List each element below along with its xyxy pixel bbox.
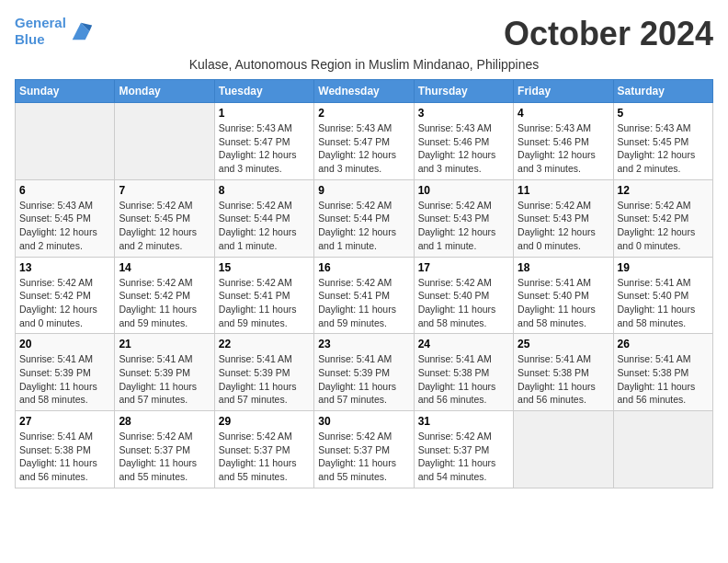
calendar-cell xyxy=(115,103,214,180)
calendar-cell: 9Sunrise: 5:42 AM Sunset: 5:44 PM Daylig… xyxy=(314,179,414,257)
calendar-cell: 16Sunrise: 5:42 AM Sunset: 5:41 PM Dayli… xyxy=(314,257,414,334)
weekday-saturday: Saturday xyxy=(613,80,712,103)
day-number: 25 xyxy=(518,338,609,350)
day-number: 31 xyxy=(418,415,509,428)
day-number: 22 xyxy=(219,338,310,350)
calendar-cell: 3Sunrise: 5:43 AM Sunset: 5:46 PM Daylig… xyxy=(414,103,513,180)
day-info: Sunrise: 5:42 AM Sunset: 5:43 PM Dayligh… xyxy=(418,199,509,253)
calendar-cell: 22Sunrise: 5:41 AM Sunset: 5:39 PM Dayli… xyxy=(214,334,313,411)
day-number: 1 xyxy=(219,107,310,120)
weekday-friday: Friday xyxy=(514,80,613,103)
day-info: Sunrise: 5:43 AM Sunset: 5:45 PM Dayligh… xyxy=(618,121,709,176)
day-info: Sunrise: 5:41 AM Sunset: 5:38 PM Dayligh… xyxy=(618,352,709,407)
day-info: Sunrise: 5:42 AM Sunset: 5:44 PM Dayligh… xyxy=(219,199,310,253)
weekday-monday: Monday xyxy=(115,80,214,103)
day-number: 12 xyxy=(618,184,709,197)
day-number: 9 xyxy=(318,184,409,197)
calendar-week-3: 13Sunrise: 5:42 AM Sunset: 5:42 PM Dayli… xyxy=(16,257,713,334)
day-number: 27 xyxy=(19,415,110,428)
calendar-cell: 31Sunrise: 5:42 AM Sunset: 5:37 PM Dayli… xyxy=(414,411,513,488)
calendar-cell: 26Sunrise: 5:41 AM Sunset: 5:38 PM Dayli… xyxy=(613,334,712,411)
calendar-week-2: 6Sunrise: 5:43 AM Sunset: 5:45 PM Daylig… xyxy=(16,179,713,257)
day-info: Sunrise: 5:41 AM Sunset: 5:38 PM Dayligh… xyxy=(19,430,110,484)
calendar-cell: 11Sunrise: 5:42 AM Sunset: 5:43 PM Dayli… xyxy=(514,179,613,257)
day-number: 2 xyxy=(318,107,409,120)
calendar-cell: 13Sunrise: 5:42 AM Sunset: 5:42 PM Dayli… xyxy=(16,257,115,334)
day-number: 15 xyxy=(219,261,310,274)
day-number: 14 xyxy=(119,261,210,274)
weekday-header-row: SundayMondayTuesdayWednesdayThursdayFrid… xyxy=(16,80,713,103)
day-number: 30 xyxy=(318,415,409,428)
day-number: 13 xyxy=(19,261,110,274)
calendar-cell xyxy=(16,103,115,180)
calendar-body: 1Sunrise: 5:43 AM Sunset: 5:47 PM Daylig… xyxy=(16,103,713,488)
calendar-week-1: 1Sunrise: 5:43 AM Sunset: 5:47 PM Daylig… xyxy=(16,103,713,180)
calendar-cell: 18Sunrise: 5:41 AM Sunset: 5:40 PM Dayli… xyxy=(514,257,613,334)
day-number: 23 xyxy=(318,338,409,350)
calendar-cell: 25Sunrise: 5:41 AM Sunset: 5:38 PM Dayli… xyxy=(514,334,613,411)
calendar-cell: 21Sunrise: 5:41 AM Sunset: 5:39 PM Dayli… xyxy=(115,334,214,411)
day-number: 4 xyxy=(518,107,609,120)
day-info: Sunrise: 5:42 AM Sunset: 5:42 PM Dayligh… xyxy=(618,199,709,253)
calendar-week-5: 27Sunrise: 5:41 AM Sunset: 5:38 PM Dayli… xyxy=(16,411,713,488)
day-number: 21 xyxy=(119,338,210,350)
calendar-cell: 4Sunrise: 5:43 AM Sunset: 5:46 PM Daylig… xyxy=(514,103,613,180)
weekday-wednesday: Wednesday xyxy=(314,80,414,103)
calendar-cell: 19Sunrise: 5:41 AM Sunset: 5:40 PM Dayli… xyxy=(613,257,712,334)
day-info: Sunrise: 5:41 AM Sunset: 5:39 PM Dayligh… xyxy=(119,352,210,407)
calendar-cell: 30Sunrise: 5:42 AM Sunset: 5:37 PM Dayli… xyxy=(314,411,414,488)
day-number: 18 xyxy=(518,261,609,274)
calendar-cell: 8Sunrise: 5:42 AM Sunset: 5:44 PM Daylig… xyxy=(214,179,313,257)
day-number: 17 xyxy=(418,261,509,274)
calendar-cell: 15Sunrise: 5:42 AM Sunset: 5:41 PM Dayli… xyxy=(214,257,313,334)
day-info: Sunrise: 5:42 AM Sunset: 5:40 PM Dayligh… xyxy=(418,276,509,330)
day-info: Sunrise: 5:43 AM Sunset: 5:47 PM Dayligh… xyxy=(318,121,409,176)
weekday-sunday: Sunday xyxy=(16,80,115,103)
calendar-cell: 17Sunrise: 5:42 AM Sunset: 5:40 PM Dayli… xyxy=(414,257,513,334)
weekday-thursday: Thursday xyxy=(414,80,513,103)
day-info: Sunrise: 5:42 AM Sunset: 5:45 PM Dayligh… xyxy=(119,199,210,253)
day-info: Sunrise: 5:43 AM Sunset: 5:46 PM Dayligh… xyxy=(518,121,609,176)
day-info: Sunrise: 5:43 AM Sunset: 5:45 PM Dayligh… xyxy=(19,199,110,253)
calendar-cell: 24Sunrise: 5:41 AM Sunset: 5:38 PM Dayli… xyxy=(414,334,513,411)
day-info: Sunrise: 5:42 AM Sunset: 5:37 PM Dayligh… xyxy=(418,430,509,484)
month-title: October 2024 xyxy=(504,15,713,53)
calendar-cell: 29Sunrise: 5:42 AM Sunset: 5:37 PM Dayli… xyxy=(214,411,313,488)
calendar-cell: 1Sunrise: 5:43 AM Sunset: 5:47 PM Daylig… xyxy=(214,103,313,180)
calendar-cell: 28Sunrise: 5:42 AM Sunset: 5:37 PM Dayli… xyxy=(115,411,214,488)
calendar-cell: 5Sunrise: 5:43 AM Sunset: 5:45 PM Daylig… xyxy=(613,103,712,180)
day-info: Sunrise: 5:41 AM Sunset: 5:39 PM Dayligh… xyxy=(318,352,409,407)
day-info: Sunrise: 5:41 AM Sunset: 5:39 PM Dayligh… xyxy=(219,352,310,407)
calendar-cell: 6Sunrise: 5:43 AM Sunset: 5:45 PM Daylig… xyxy=(16,179,115,257)
day-number: 8 xyxy=(219,184,310,197)
day-info: Sunrise: 5:42 AM Sunset: 5:41 PM Dayligh… xyxy=(318,276,409,330)
calendar-cell: 2Sunrise: 5:43 AM Sunset: 5:47 PM Daylig… xyxy=(314,103,414,180)
day-info: Sunrise: 5:42 AM Sunset: 5:42 PM Dayligh… xyxy=(19,276,110,330)
calendar-cell: 27Sunrise: 5:41 AM Sunset: 5:38 PM Dayli… xyxy=(16,411,115,488)
day-number: 20 xyxy=(19,338,110,350)
logo-icon xyxy=(68,18,94,44)
day-info: Sunrise: 5:42 AM Sunset: 5:41 PM Dayligh… xyxy=(219,276,310,330)
calendar-cell xyxy=(514,411,613,488)
day-info: Sunrise: 5:41 AM Sunset: 5:40 PM Dayligh… xyxy=(618,276,709,330)
day-number: 5 xyxy=(618,107,709,120)
calendar-cell: 14Sunrise: 5:42 AM Sunset: 5:42 PM Dayli… xyxy=(115,257,214,334)
logo: GeneralBlue xyxy=(15,15,94,48)
day-info: Sunrise: 5:42 AM Sunset: 5:37 PM Dayligh… xyxy=(219,430,310,484)
day-info: Sunrise: 5:42 AM Sunset: 5:44 PM Dayligh… xyxy=(318,199,409,253)
calendar-week-4: 20Sunrise: 5:41 AM Sunset: 5:39 PM Dayli… xyxy=(16,334,713,411)
day-number: 3 xyxy=(418,107,509,120)
calendar-cell: 20Sunrise: 5:41 AM Sunset: 5:39 PM Dayli… xyxy=(16,334,115,411)
logo-text: GeneralBlue xyxy=(15,15,66,48)
calendar-cell: 12Sunrise: 5:42 AM Sunset: 5:42 PM Dayli… xyxy=(613,179,712,257)
day-number: 11 xyxy=(518,184,609,197)
day-info: Sunrise: 5:43 AM Sunset: 5:47 PM Dayligh… xyxy=(219,121,310,176)
day-info: Sunrise: 5:42 AM Sunset: 5:37 PM Dayligh… xyxy=(119,430,210,484)
calendar-cell: 23Sunrise: 5:41 AM Sunset: 5:39 PM Dayli… xyxy=(314,334,414,411)
day-info: Sunrise: 5:41 AM Sunset: 5:40 PM Dayligh… xyxy=(518,276,609,330)
day-info: Sunrise: 5:41 AM Sunset: 5:39 PM Dayligh… xyxy=(19,352,110,407)
day-info: Sunrise: 5:42 AM Sunset: 5:37 PM Dayligh… xyxy=(318,430,409,484)
calendar-cell xyxy=(613,411,712,488)
header: GeneralBlue October 2024 xyxy=(15,15,713,53)
calendar-table: SundayMondayTuesdayWednesdayThursdayFrid… xyxy=(15,79,713,488)
